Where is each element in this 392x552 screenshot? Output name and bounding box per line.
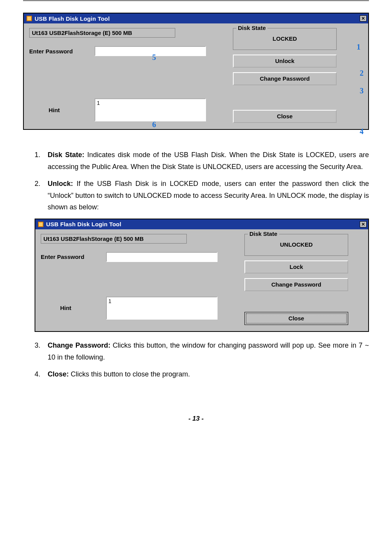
list-text: Indicates disk mode of the USB Flash Dis… bbox=[48, 151, 369, 171]
list-lead: Change Password: bbox=[48, 341, 110, 349]
app-icon bbox=[26, 15, 32, 22]
change-password-button[interactable]: Change Password bbox=[244, 278, 348, 291]
login-dialog-unlocked: USB Flash Disk Login Tool ✕ Ut163 USB2Fl… bbox=[35, 219, 369, 332]
list-text: Clicks this button to close the program. bbox=[69, 370, 190, 378]
list-number: 3. bbox=[35, 340, 48, 363]
list-item: 3. Change Password: Clicks this button, … bbox=[35, 340, 369, 363]
list-number: 1. bbox=[35, 149, 48, 172]
annotation-5: 5 bbox=[152, 53, 156, 62]
hint-label: Hint bbox=[41, 305, 106, 311]
list-number: 4. bbox=[35, 368, 48, 380]
lock-button[interactable]: Lock bbox=[244, 260, 348, 274]
list-lead: Close: bbox=[48, 370, 69, 378]
list-lead: Unlock: bbox=[48, 180, 73, 187]
disk-state-legend: Disk State bbox=[236, 25, 267, 31]
list-lead: Disk State: bbox=[48, 151, 84, 159]
annotation-4: 4 bbox=[360, 127, 364, 136]
list-number: 2. bbox=[35, 178, 48, 213]
hint-input[interactable] bbox=[95, 98, 206, 121]
enter-password-label: Enter Password bbox=[41, 254, 106, 260]
close-button[interactable]: Close bbox=[233, 110, 337, 123]
device-info: Ut163 USB2FlashStorage (E) 500 MB bbox=[29, 28, 175, 38]
disk-state-fieldset: Disk State UNLOCKED bbox=[244, 234, 348, 256]
annotation-3: 3 bbox=[360, 86, 364, 95]
app-icon bbox=[38, 221, 44, 227]
password-input[interactable] bbox=[95, 46, 206, 56]
disk-state-legend: Disk State bbox=[248, 230, 279, 237]
enter-password-label: Enter Password bbox=[29, 48, 95, 55]
page-number: - 13 - bbox=[23, 415, 369, 423]
list-text: If the USB Flash Disk is in LOCKED mode,… bbox=[48, 180, 369, 211]
unlock-button[interactable]: Unlock bbox=[233, 55, 337, 68]
annotation-2: 2 bbox=[360, 69, 364, 78]
close-icon[interactable]: ✕ bbox=[360, 221, 367, 227]
top-rule bbox=[23, 0, 369, 1]
disk-state-fieldset: Disk State LOCKED bbox=[233, 28, 337, 50]
change-password-button[interactable]: Change Password bbox=[233, 72, 337, 85]
list-item: 1. Disk State: Indicates disk mode of th… bbox=[35, 149, 369, 172]
window-title: USB Flash Disk Login Tool bbox=[46, 221, 360, 227]
list-body: Disk State: Indicates disk mode of the U… bbox=[48, 149, 369, 172]
list-item: 4. Close: Clicks this button to close th… bbox=[35, 368, 369, 380]
list-body: Unlock: If the USB Flash Disk is in LOCK… bbox=[48, 178, 369, 213]
list-body: Close: Clicks this button to close the p… bbox=[48, 368, 369, 380]
hint-input[interactable] bbox=[106, 297, 218, 320]
svg-rect-1 bbox=[27, 17, 31, 20]
device-info: Ut163 USB2FlashStorage (E) 500 MB bbox=[41, 234, 187, 244]
titlebar: USB Flash Disk Login Tool ✕ bbox=[24, 13, 368, 23]
titlebar: USB Flash Disk Login Tool ✕ bbox=[35, 219, 368, 229]
disk-state-value: UNLOCKED bbox=[249, 241, 344, 248]
password-input[interactable] bbox=[106, 252, 218, 262]
close-button[interactable]: Close bbox=[244, 312, 348, 325]
close-icon[interactable]: ✕ bbox=[360, 15, 367, 22]
disk-state-value: LOCKED bbox=[237, 35, 332, 42]
annotation-1: 1 bbox=[357, 43, 360, 51]
window-title: USB Flash Disk Login Tool bbox=[35, 15, 360, 22]
login-dialog-locked: USB Flash Disk Login Tool ✕ Ut163 USB2Fl… bbox=[23, 13, 369, 130]
list-body: Change Password: Clicks this button, the… bbox=[48, 340, 369, 363]
hint-label: Hint bbox=[29, 107, 95, 113]
annotation-6: 6 bbox=[152, 120, 156, 129]
list-item: 2. Unlock: If the USB Flash Disk is in L… bbox=[35, 178, 369, 213]
svg-rect-3 bbox=[39, 222, 43, 226]
